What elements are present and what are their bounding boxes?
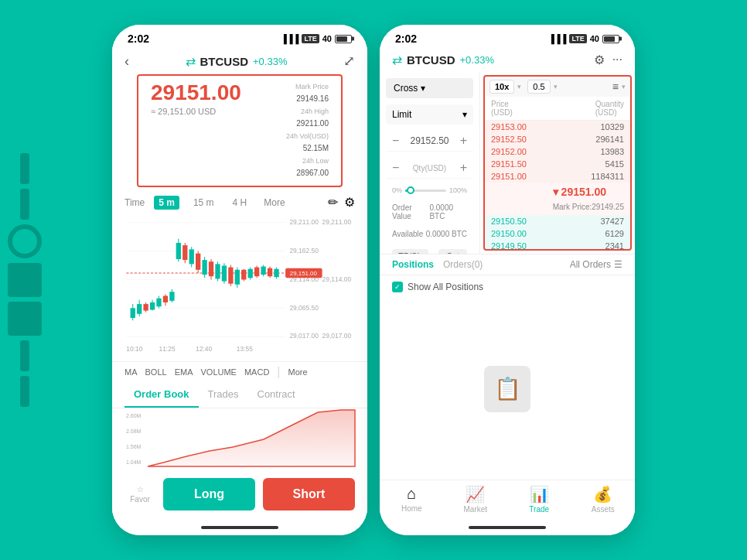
- indicator-volume[interactable]: VOLUME: [200, 367, 236, 377]
- swap-icon-1[interactable]: ⇄: [186, 54, 196, 69]
- svg-text:29,114.00: 29,114.00: [322, 275, 352, 283]
- depth-chart: 2.60M 2.08M 1.56M 1.04M: [112, 408, 367, 470]
- interval-15m[interactable]: 15 m: [189, 196, 219, 210]
- usd-equiv: ≈ 29,151.00 USD: [151, 107, 241, 116]
- qty-col-header: Quantity(USD): [595, 100, 624, 117]
- deco-square-2: [8, 302, 42, 336]
- qty-badge[interactable]: 0.5: [527, 80, 550, 94]
- slider-row: 0% 100%: [386, 185, 473, 196]
- tab-orders[interactable]: Orders(0): [443, 259, 483, 270]
- home-indicator-1: [112, 520, 367, 535]
- available-row: Available 0.0000 BTC: [386, 228, 473, 240]
- status-time-1: 2:02: [128, 32, 149, 45]
- trade-icon: 📊: [530, 485, 549, 504]
- indicator-ema[interactable]: EMA: [175, 367, 193, 377]
- indicator-ma[interactable]: MA: [124, 367, 138, 377]
- pair-name-1: BTCUSD: [200, 55, 249, 68]
- ask-row-4: 29151.50 5415: [485, 158, 630, 170]
- ask-qty-2: 296141: [595, 135, 624, 144]
- indicator-more[interactable]: More: [288, 367, 308, 377]
- low-label: 24h Low: [302, 157, 329, 165]
- show-all-positions-row: ✓ Show All Positions: [380, 275, 635, 299]
- decorative-shapes: [8, 153, 42, 407]
- status-icons-1: ▐▐▐ LTE 40: [281, 34, 352, 43]
- market-label: Market: [463, 505, 487, 514]
- tab-order-book[interactable]: Order Book: [124, 382, 199, 408]
- edit-icon-1[interactable]: ⤢: [343, 53, 355, 70]
- leverage-row: 10x ▾ 0.5 ▾ ≡ ▾: [485, 77, 630, 97]
- deco-bar-3: [20, 340, 29, 371]
- bid-price-2: 29150.00: [491, 229, 527, 238]
- config-icon[interactable]: ≡: [612, 80, 619, 93]
- settings-icon[interactable]: ⚙: [344, 195, 355, 210]
- phone-1: 2:02 ▐▐▐ LTE 40 ‹ ⇄ BTCUSD +0.33% ⤢: [112, 25, 367, 535]
- status-bar-2: 2:02 ▐▐▐ LTE 40: [380, 25, 635, 48]
- order-type-selector[interactable]: Limit ▾: [386, 104, 473, 125]
- header-nav-1: ‹ ⇄ BTCUSD +0.33% ⤢: [112, 48, 367, 74]
- nav-trade[interactable]: 📊 Trade: [507, 485, 571, 514]
- header-icons-2: ⚙ ···: [594, 53, 622, 67]
- long-button-1[interactable]: Long: [163, 478, 255, 510]
- settings-button-2[interactable]: ⚙: [594, 53, 605, 67]
- nav-assets[interactable]: 💰 Assets: [571, 485, 636, 514]
- ask-row-1: 29153.00 10329: [485, 121, 630, 133]
- indicator-sep: |: [277, 365, 280, 379]
- mark-price-row: Mark Price 29149.16: [286, 80, 329, 105]
- swap-icon-2[interactable]: ⇄: [392, 53, 402, 67]
- bid-row-2: 29150.00 6129: [485, 227, 630, 240]
- more-button-2[interactable]: ···: [612, 53, 622, 67]
- tpsl-row: TP/SL Set: [386, 246, 473, 254]
- slider-track[interactable]: [405, 190, 446, 192]
- svg-rect-51: [241, 270, 246, 280]
- qty-minus[interactable]: −: [392, 161, 399, 175]
- all-orders-btn[interactable]: All Orders ☰: [570, 259, 622, 270]
- svg-text:29,162.50: 29,162.50: [289, 247, 319, 254]
- order-value-label: Order Value: [392, 203, 429, 220]
- mark-price-label: Mark Price: [295, 83, 329, 90]
- price-plus[interactable]: +: [460, 134, 467, 148]
- nav-home[interactable]: ⌂ Home: [380, 485, 444, 514]
- short-button-1[interactable]: Short: [263, 478, 355, 510]
- indicator-macd[interactable]: MACD: [244, 367, 269, 377]
- tab-positions[interactable]: Positions: [392, 259, 434, 270]
- cross-selector[interactable]: Cross ▾: [386, 78, 473, 98]
- tab-trades[interactable]: Trades: [199, 382, 248, 408]
- main-price: 29151.00: [151, 80, 241, 105]
- high-val: 29211.00: [296, 119, 329, 128]
- home-indicator-2: [380, 520, 635, 535]
- more-intervals[interactable]: More: [264, 197, 285, 208]
- slider-thumb[interactable]: [407, 186, 414, 194]
- tabs-row-1: Order Book Trades Contract: [112, 382, 367, 408]
- svg-rect-19: [137, 304, 142, 314]
- status-time-2: 2:02: [395, 32, 417, 45]
- price-minus[interactable]: −: [392, 134, 399, 148]
- show-all-checkbox[interactable]: ✓: [392, 282, 403, 292]
- svg-text:11:25: 11:25: [159, 345, 176, 353]
- price-value[interactable]: 29152.50: [402, 135, 456, 146]
- back-button-1[interactable]: ‹: [124, 53, 129, 70]
- pencil-icon[interactable]: ✏: [328, 195, 338, 210]
- interval-4h[interactable]: 4 H: [228, 196, 252, 210]
- svg-rect-35: [189, 249, 194, 264]
- tab-contract[interactable]: Contract: [248, 382, 305, 408]
- bid-qty-3: 2341: [605, 241, 624, 251]
- leverage-badge[interactable]: 10x: [489, 80, 514, 94]
- cross-arrow: ▾: [421, 83, 425, 94]
- svg-text:13:55: 13:55: [237, 345, 253, 353]
- bottom-nav-2: ⌂ Home 📈 Market 📊 Trade 💰 Assets: [380, 480, 635, 520]
- indicator-boll[interactable]: BOLL: [145, 367, 167, 377]
- high-label: 24h High: [301, 108, 329, 115]
- svg-rect-55: [254, 268, 259, 277]
- star-icon: ☆: [137, 485, 144, 493]
- cross-label: Cross: [394, 83, 418, 94]
- phones-container: 2:02 ▐▐▐ LTE 40 ‹ ⇄ BTCUSD +0.33% ⤢: [112, 25, 635, 535]
- nav-market[interactable]: 📈 Market: [444, 485, 508, 514]
- svg-text:29,211.00: 29,211.00: [322, 218, 352, 226]
- svg-rect-31: [176, 243, 181, 259]
- bid-price-1: 29150.50: [491, 217, 527, 226]
- interval-5m[interactable]: 5 m: [154, 196, 179, 210]
- qty-plus[interactable]: +: [460, 161, 467, 175]
- favor-button[interactable]: ☆ Favor: [124, 485, 155, 504]
- order-value: 0.0000 BTC: [429, 203, 467, 220]
- assets-label: Assets: [592, 505, 615, 514]
